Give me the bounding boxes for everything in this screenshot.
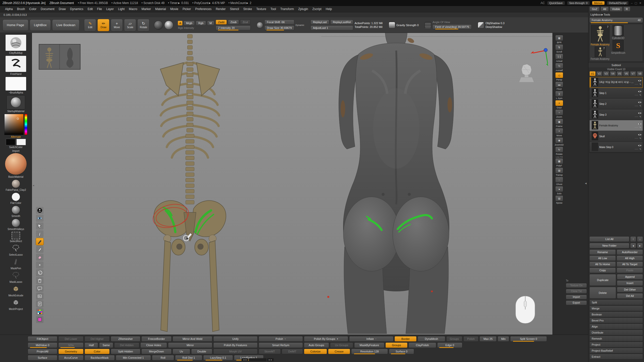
menu-marker[interactable]: Marker <box>140 7 153 12</box>
stroke-selector[interactable] <box>154 21 163 30</box>
zsub-button[interactable]: Zsub <box>228 20 239 25</box>
goz-button[interactable]: GoZ <box>589 7 600 12</box>
subtool-mini-toggles[interactable]: ◦◦◦ ✎ <box>635 126 642 129</box>
pink-swatch-icon[interactable] <box>36 316 44 323</box>
live-boolean-button[interactable]: Live Boolean <box>52 19 79 31</box>
border-button[interactable]: Border <box>394 336 417 342</box>
minimize-icon[interactable]: – <box>631 2 632 5</box>
subtool-tab-v8[interactable]: V8 <box>637 71 643 76</box>
dynamesh-button[interactable]: DynaMesh <box>418 336 445 342</box>
right-panel-collapse-arrow[interactable]: ◄ <box>584 182 587 185</box>
timeline-scrubber[interactable]: ◄◄ ►► <box>242 358 274 361</box>
close-holes-button[interactable]: Close Holes <box>140 342 167 348</box>
tool-thumb-cylinder3d[interactable] <box>613 25 624 36</box>
pen-icon[interactable] <box>36 246 44 253</box>
auto-groups-button[interactable]: Auto Groups <box>304 342 329 348</box>
menu-edit[interactable]: Edit <box>86 7 95 12</box>
section-bevel-pro[interactable]: Bevel Pro <box>589 318 643 323</box>
mergedown-button[interactable]: MergeDown <box>141 349 172 354</box>
zadd-button[interactable]: Zadd <box>216 20 227 25</box>
groups-button[interactable]: Groups <box>446 336 462 342</box>
menu-color[interactable]: Color <box>27 7 38 12</box>
scale-button[interactable]: ▱Scale <box>124 19 136 31</box>
section-merge[interactable]: Merge <box>589 305 643 311</box>
append-button[interactable]: Append <box>617 274 643 280</box>
menu-tool[interactable]: Tool <box>268 7 278 12</box>
polish-button[interactable]: Polish <box>463 336 478 342</box>
subtool-row-14-3[interactable]: 14강 여성 3단계 바디 각상 - [전완…◦◦◦ ✎ <box>590 77 643 88</box>
sidebar-item-basicmaterial[interactable]: BasicMaterial <box>5 153 27 178</box>
draw-button[interactable]: ✏Draw <box>97 19 109 31</box>
sidebar-item-flat-color[interactable]: Flat Color <box>10 193 21 204</box>
subtool-visibility-eye-icon[interactable] <box>638 112 642 115</box>
subtool-row-step-3[interactable]: Step 3◦◦◦ ✎ <box>590 109 643 120</box>
split-hidden-button[interactable]: Split Hidden <box>111 349 140 354</box>
scrub-back-icon[interactable]: ◄◄ <box>242 358 248 361</box>
quicksave-button[interactable]: QuickSave <box>547 1 565 5</box>
bpr-button[interactable]: ▦BPR <box>554 35 564 44</box>
subtool-mini-toggles[interactable]: ◦◦◦ ✎ <box>635 94 642 96</box>
subtool-visibility-eye-icon[interactable] <box>638 144 642 148</box>
secondary-color-swatch[interactable] <box>16 139 26 145</box>
all-high-button[interactable]: All High <box>617 255 643 261</box>
folder-prev-icon[interactable]: ◂ <box>630 243 636 248</box>
replay-last-button[interactable]: ReplayLast <box>310 20 329 25</box>
surface-0-button[interactable]: Surface 0 <box>389 349 414 354</box>
menu-document[interactable]: Document <box>39 7 57 12</box>
home-page-button[interactable]: Home Page <box>3 19 28 31</box>
ghost-button[interactable]: ◌Ghost <box>554 177 564 186</box>
card-icon[interactable] <box>36 293 44 300</box>
subtool-row-step-1[interactable]: Step 1◦◦◦ ✎ <box>590 88 643 99</box>
eraser-icon[interactable] <box>36 254 44 261</box>
subtool-mini-toggles[interactable]: ◦◦◦ ✎ <box>635 105 642 107</box>
tool-thumb-female-anatomy[interactable]: 7 <box>591 25 610 43</box>
saturation-value-picker[interactable] <box>4 114 24 135</box>
zoomsd-button[interactable]: ◉ZoomSD <box>554 137 564 146</box>
transp-button[interactable]: ▨Transp <box>554 167 564 176</box>
import-button[interactable]: Import <box>566 295 587 299</box>
menu-material[interactable]: Material <box>153 7 168 12</box>
del-lower-button[interactable]: Del Lower <box>58 336 84 342</box>
trash-icon[interactable] <box>36 277 44 284</box>
menu-macro[interactable]: Macro <box>127 7 139 12</box>
subtool-visibility-eye-icon[interactable] <box>638 133 642 137</box>
max-25-button[interactable]: Max 25 <box>479 336 497 342</box>
del-hidden-button[interactable]: Del Hidden <box>114 342 139 348</box>
subtool-mini-toggles[interactable]: ◦◦◦ ✎ <box>635 148 642 150</box>
deep-shadow-button[interactable]: DeepShadow <box>486 25 504 28</box>
menu-draw[interactable]: Draw <box>57 7 68 12</box>
comment-icon[interactable] <box>36 285 44 292</box>
clone-txt-button[interactable]: Clone Txt <box>566 289 587 294</box>
copy-button[interactable]: Copy <box>589 267 616 273</box>
subtool-visibility-eye-icon[interactable] <box>638 79 642 83</box>
close-icon[interactable]: ✕ <box>639 2 641 5</box>
menus-button[interactable]: Menus <box>592 1 605 5</box>
menu-texture[interactable]: Texture <box>254 7 268 12</box>
subtool-visibility-eye-icon[interactable] <box>638 122 642 126</box>
folder-next-icon[interactable]: ▸ <box>637 243 643 248</box>
min-button[interactable]: Min <box>498 336 509 342</box>
subtool-mini-toggles[interactable]: ◦◦◦ ✎ <box>635 137 642 140</box>
delete-button[interactable]: Delete <box>589 287 616 299</box>
sidebar-button-import[interactable]: Import <box>11 149 21 153</box>
subtool-row-make-step-0[interactable]: Make Step 0◦◦◦ ✎ <box>590 142 643 153</box>
subtool-header[interactable]: Subtool <box>588 62 644 67</box>
backfacemask-button[interactable]: BackfaceMask <box>85 355 115 360</box>
section-align[interactable]: Align <box>589 324 643 329</box>
tool-thumb-female-anatomy-recent[interactable]: 7 <box>595 47 606 57</box>
obj-shadow-slider[interactable]: ObjShadow 0.3 <box>486 22 504 25</box>
section-remesh[interactable]: Remesh <box>589 336 643 341</box>
crease-button[interactable]: Crease <box>328 349 350 354</box>
sidebar-item-smooth[interactable]: Smooth <box>12 206 20 217</box>
projectall-button[interactable]: ProjectAll <box>28 349 57 354</box>
unify-button[interactable]: Unify <box>213 336 258 342</box>
subtool-tab-v2[interactable]: V2 <box>596 71 602 76</box>
toggle-dot-icon[interactable]: ▫ <box>375 338 376 340</box>
anatomy-model[interactable] <box>327 33 454 334</box>
split-screen-0-button[interactable]: Split Screen 0 <box>510 336 547 342</box>
subtool-mini-toggles[interactable]: ◦◦◦ ✎ <box>635 83 642 85</box>
mask-pen-icon[interactable] <box>36 230 44 237</box>
menu-alpha[interactable]: Alpha <box>3 7 15 12</box>
adjust-last-slider[interactable]: AdjustLast 1 <box>310 25 353 30</box>
texture-on-button[interactable]: Texture On <box>566 283 587 288</box>
